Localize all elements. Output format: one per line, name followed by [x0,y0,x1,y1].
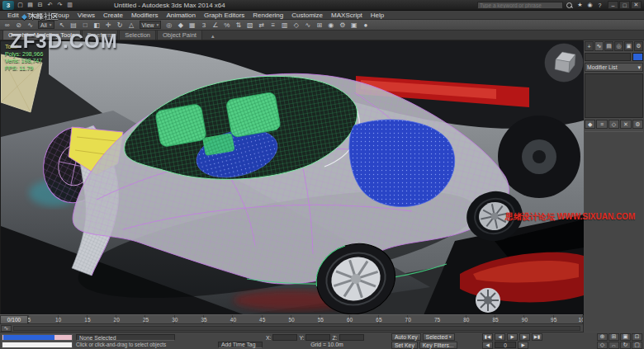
search-input[interactable] [477,2,563,9]
orbit-icon[interactable]: ↻ [620,342,631,349]
show-end-result-button[interactable]: ≡ [596,120,607,129]
next-key-button[interactable]: ▶ [518,342,528,349]
window-crossing-icon[interactable]: ◧ [92,21,102,30]
selection-region-icon[interactable]: □ [80,21,91,30]
close-button[interactable]: ✕ [631,1,642,9]
time-slider[interactable]: 0/100 [0,315,28,324]
select-by-name-icon[interactable]: ▤ [69,21,79,30]
signin-user-icon[interactable]: ◉ [585,1,594,10]
key-filters-button[interactable]: Key Filters... [419,342,457,349]
zoom-icon[interactable]: ⊕ [597,333,608,341]
selection-set-combo[interactable]: Selected▾ [423,333,455,341]
menu-rendering[interactable]: Rendering [249,12,287,19]
coord-input-z[interactable] [339,334,364,342]
ribbon-tab-selection[interactable]: Selection [119,30,156,40]
add-time-tag[interactable]: Add Time Tag [218,342,263,349]
menu-animation[interactable]: Animation [162,12,200,19]
minimize-button[interactable]: – [608,1,618,9]
field-of-view-icon[interactable]: ◇ [597,342,608,349]
go-to-end-button[interactable]: ▶▮ [532,333,542,341]
ribbon-minimize-icon[interactable]: ▴ [208,33,218,40]
unlink-selection-icon[interactable]: ⊘ [13,21,24,30]
tab-modify[interactable]: ∿ [594,41,604,51]
remove-modifier-button[interactable]: ✕ [620,120,631,129]
curve-editor-icon[interactable]: ∿ [302,21,313,30]
maximize-button[interactable]: □ [619,1,630,9]
set-key-button[interactable]: Set Key [391,342,418,349]
select-and-scale-icon[interactable]: △ [126,21,137,30]
coord-input-x[interactable] [272,334,297,342]
search-icon[interactable] [566,2,573,9]
coord-input-y[interactable] [305,334,330,342]
bind-to-space-warp-icon[interactable]: ∿ [25,21,36,30]
ribbon-tab-freeform[interactable]: Freeform [82,30,118,40]
graphite-ribbon-toggle-icon[interactable]: ◇ [291,21,301,30]
named-selection-sets-icon[interactable]: ▧ [244,21,255,30]
help-icon[interactable]: ? [595,1,604,10]
select-object-icon[interactable]: ↖ [57,21,68,30]
tab-utilities[interactable]: ⚙ [634,41,643,51]
menu-graph-editors[interactable]: Graph Editors [200,12,249,19]
material-editor-icon[interactable]: ◉ [325,21,336,30]
percent-snap-icon[interactable]: % [221,21,232,30]
menu-customize[interactable]: Customize [287,12,327,19]
perspective-viewport[interactable]: TotalPolys: 298,966Verts: 198,747FPS: 11… [0,40,583,314]
timeline[interactable]: 0510152025303540455055606570758085909510… [0,314,583,324]
menu-help[interactable]: Help [367,12,388,19]
view-cube[interactable] [545,44,583,82]
object-color-swatch[interactable] [632,53,643,61]
menu-edit[interactable]: Edit [3,12,23,19]
play-button[interactable]: ▶ [507,333,518,341]
tab-display[interactable]: ▣ [624,41,633,51]
application-menu-logo[interactable]: 3 [2,1,14,10]
zoom-all-icon[interactable]: ⊞ [608,333,619,341]
menu-maxscript[interactable]: MAXScript [327,12,367,19]
use-pivot-center-icon[interactable]: ◎ [163,21,174,30]
object-name-field[interactable] [585,53,631,61]
zoom-extents-all-icon[interactable]: ⊡ [632,333,642,341]
tab-hierarchy[interactable]: ▤ [604,41,613,51]
open-file-icon[interactable]: ▤ [26,1,35,10]
next-frame-button[interactable]: ▶ [519,333,530,341]
selection-filter-combo[interactable]: All▾ [38,21,54,29]
viewport-canvas[interactable] [1,41,584,315]
layer-manager-icon[interactable]: ▥ [279,21,290,30]
save-icon[interactable]: ⊟ [36,1,45,10]
track-bar-strip[interactable] [13,326,580,331]
render-setup-icon[interactable]: ⚙ [337,21,348,30]
menu-create[interactable]: Create [99,12,127,19]
mirror-icon[interactable]: ⇄ [256,21,267,30]
configure-modifier-sets-button[interactable]: ⚙ [632,120,643,129]
maximize-viewport-icon[interactable]: ▢ [632,342,642,349]
modifier-list-dropdown[interactable]: Modifier List ▾ [585,63,643,72]
listener-script-line[interactable] [2,342,73,348]
redo-icon[interactable]: ↷ [55,1,64,10]
menu-views[interactable]: Views [73,12,99,19]
align-icon[interactable]: ≡ [268,21,278,30]
pan-icon[interactable]: ⇔ [608,342,619,349]
project-folder-icon[interactable]: ▥ [65,1,74,10]
zoom-extents-icon[interactable]: ▣ [620,333,631,341]
reference-coordinate-combo[interactable]: View▾ [140,21,162,29]
make-unique-button[interactable]: ◇ [608,120,619,129]
modifier-stack-list[interactable] [585,73,643,118]
ribbon-tab-object-paint[interactable]: Object Paint [157,30,202,40]
previous-frame-button[interactable]: ◀ [495,333,505,341]
menu-tools[interactable]: Tools [23,12,47,19]
go-to-start-button[interactable]: ▮◀ [482,333,493,341]
menu-modifiers[interactable]: Modifiers [127,12,162,19]
time-ruler[interactable]: 0510152025303540455055606570758085909510… [0,315,583,323]
pin-stack-button[interactable]: ◆ [585,120,595,129]
ribbon-tab-graphite-modeling-tools[interactable]: Graphite Modeling Tools [2,30,81,40]
tab-create[interactable]: + [585,41,594,51]
new-file-icon[interactable]: ▢ [16,1,25,10]
select-and-rotate-icon[interactable]: ↻ [115,21,125,30]
maxscript-mini-listener[interactable] [2,333,73,348]
previous-key-button[interactable]: ◀ [482,342,493,349]
auto-key-button[interactable]: Auto Key [391,333,421,341]
current-frame-field[interactable] [495,342,516,349]
undo-icon[interactable]: ↶ [45,1,54,10]
open-mini-curve-editor-button[interactable]: ∿ [1,325,12,332]
favorites-star-icon[interactable]: ★ [575,1,585,10]
select-and-link-icon[interactable]: ∞ [2,21,12,30]
